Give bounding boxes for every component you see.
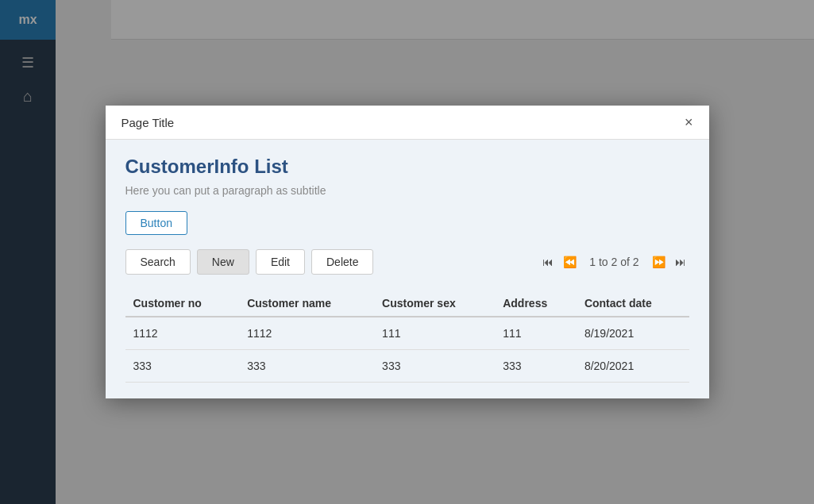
modal-close-button[interactable]: × (685, 115, 693, 129)
new-button[interactable]: New (197, 249, 249, 275)
cell-customer-no: 1112 (125, 317, 240, 350)
toolbar: Search New Edit Delete ⏮ ⏪ 1 to 2 of 2 ⏩… (125, 249, 689, 275)
edit-button[interactable]: Edit (256, 249, 305, 275)
data-table: Customer no Customer name Customer sex A… (125, 290, 689, 383)
prev-page-button[interactable]: ⏪ (560, 254, 580, 270)
col-header-customer-name: Customer name (239, 290, 374, 317)
cell-customer-sex: 333 (374, 350, 495, 383)
cell-customer-name: 333 (239, 350, 374, 383)
delete-button[interactable]: Delete (311, 249, 373, 275)
modal-dialog: Page Title × CustomerInfo List Here you … (106, 106, 709, 398)
cell-customer-sex: 111 (374, 317, 495, 350)
table-row[interactable]: 333 333 333 333 8/20/2021 (125, 350, 689, 383)
modal-header: Page Title × (106, 106, 709, 140)
modal-overlay: Page Title × CustomerInfo List Here you … (0, 0, 814, 504)
page-info: 1 to 2 of 2 (589, 256, 638, 268)
last-page-button[interactable]: ⏭ (672, 254, 689, 270)
cell-contact-date: 8/20/2021 (577, 350, 689, 383)
col-header-customer-no: Customer no (125, 290, 240, 317)
list-title: CustomerInfo List (125, 156, 689, 178)
col-header-customer-sex: Customer sex (374, 290, 495, 317)
search-button[interactable]: Search (125, 249, 191, 275)
col-header-address: Address (495, 290, 577, 317)
table-header-row: Customer no Customer name Customer sex A… (125, 290, 689, 317)
cell-customer-no: 333 (125, 350, 240, 383)
cell-address: 111 (495, 317, 577, 350)
first-page-button[interactable]: ⏮ (539, 254, 557, 270)
col-header-contact-date: Contact date (577, 290, 689, 317)
table-row[interactable]: 1112 1112 111 111 8/19/2021 (125, 317, 689, 350)
cell-contact-date: 8/19/2021 (577, 317, 689, 350)
modal-body: CustomerInfo List Here you can put a par… (106, 140, 709, 398)
cell-customer-name: 1112 (239, 317, 374, 350)
pagination: ⏮ ⏪ 1 to 2 of 2 ⏩ ⏭ (539, 254, 689, 270)
modal-title: Page Title (122, 116, 175, 129)
list-subtitle: Here you can put a paragraph as subtitle (125, 184, 689, 197)
cell-address: 333 (495, 350, 577, 383)
next-page-button[interactable]: ⏩ (649, 254, 669, 270)
list-button[interactable]: Button (125, 211, 187, 235)
